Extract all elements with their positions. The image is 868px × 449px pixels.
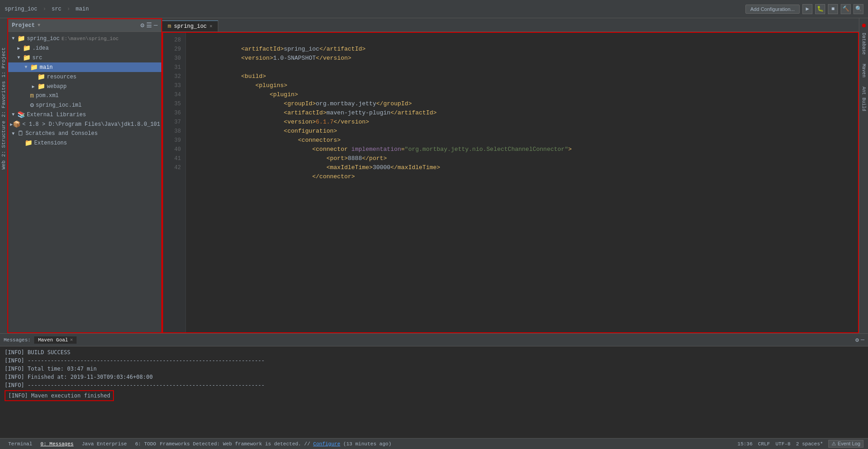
- log-maven-exec: [INFO] Maven execution finished: [5, 389, 863, 401]
- line-num-41: 41: [163, 154, 185, 163]
- todo-tab[interactable]: 6: TODO: [131, 441, 159, 447]
- tree-item-webapp[interactable]: ▶ 📁 webapp: [8, 82, 161, 91]
- tree-item-spring-ioc-root[interactable]: ▼ 📁 spring_ioc E:\maven\spring_ioc: [8, 34, 161, 43]
- code-line-28: <artifactId>spring_ioc</artifactId>: [191, 36, 853, 45]
- breadcrumb: spring_ioc › src › main: [5, 6, 89, 12]
- tree-item-main[interactable]: ▼ 📁 main: [8, 62, 161, 72]
- line-num-28: 28: [163, 36, 185, 45]
- search-icon[interactable]: 🔍: [853, 4, 863, 14]
- error-indicator: [862, 24, 866, 27]
- scratches-icon: 🗒: [17, 130, 24, 137]
- tree-item-jdk[interactable]: ▶ 📦 < 1.8 > D:\Program Files\Java\jdk1.8…: [8, 119, 161, 129]
- main-crumb: main: [76, 6, 89, 12]
- minimize-panel-icon[interactable]: —: [861, 336, 864, 344]
- web-label[interactable]: Web: [1, 159, 6, 171]
- event-log-button[interactable]: ⚠ Event Log: [828, 440, 863, 448]
- bottom-log-content: [INFO] BUILD SUCCESS [INFO] ------------…: [0, 346, 868, 438]
- tree-item-scratches[interactable]: ▼ 🗒 Scratches and Consoles: [8, 129, 161, 138]
- bottom-tabs: Messages: Maven Goal × ⚙ —: [0, 334, 868, 346]
- line-num-38: 38: [163, 127, 185, 136]
- no-arrow: [32, 74, 37, 79]
- tree-item-src[interactable]: ▼ 📁 src: [8, 53, 161, 62]
- debug-icon[interactable]: 🐛: [815, 4, 825, 14]
- right-sidebar: Database Maven Ant Build: [859, 18, 868, 333]
- expand-arrow: ▼: [12, 131, 17, 136]
- log-line-finished: [INFO] Finished at: 2019-11-30T09:03:46+…: [5, 373, 863, 381]
- editor-tab-pom[interactable]: m spring_ioc ×: [162, 21, 218, 31]
- item-label: External Libraries: [27, 112, 86, 118]
- structure-label[interactable]: 2: Structure: [1, 119, 6, 159]
- java-tab[interactable]: Java Enterprise: [78, 441, 130, 447]
- tree-item-extensions[interactable]: 📁 Extensions: [8, 138, 161, 148]
- left-labels: 1: Project 2: Favorites 2: Structure Web: [0, 18, 7, 333]
- stop-icon[interactable]: ■: [828, 4, 838, 14]
- log-separator-2: [INFO] ---------------------------------…: [5, 381, 863, 389]
- tree-item-resources[interactable]: 📁 resources: [8, 72, 161, 82]
- build-icon[interactable]: 🔨: [841, 4, 851, 14]
- item-label: < 1.8 > D:\Program Files\Java\jdk1.8.0_1…: [22, 121, 160, 128]
- status-bar-right: 15:36 CRLF UTF-8 2 spaces* ⚠ Event Log: [738, 440, 863, 448]
- close-tab-icon[interactable]: ×: [70, 337, 73, 343]
- editor-content: 28 29 30 31 32 33 34 35 36 37 38 39 40 4…: [162, 32, 859, 333]
- terminal-tab[interactable]: Terminal: [5, 441, 36, 447]
- tree-item-idea[interactable]: ▶ 📁 .idea: [8, 43, 161, 53]
- line-num-32: 32: [163, 72, 185, 81]
- tree-item-pom[interactable]: m pom.xml: [8, 91, 161, 100]
- time-display: 15:36: [738, 441, 753, 447]
- toolbar-right: Add Configuration... ▶ 🐛 ■ 🔨 🔍: [745, 4, 863, 14]
- settings-icon[interactable]: ☰: [146, 21, 152, 29]
- minimize-icon[interactable]: —: [154, 21, 158, 29]
- editor-area: m spring_ioc × 28 29 30 31 32 33 34 35 3…: [162, 18, 859, 333]
- no-arrow: [19, 140, 25, 145]
- line-num-31: 31: [163, 63, 185, 72]
- webapp-icon: 📁: [37, 83, 45, 90]
- log-line-time: [INFO] Total time: 03:47 min: [5, 365, 863, 373]
- configure-link[interactable]: Configure: [313, 441, 340, 447]
- status-bar-left: Terminal 0: Messages Java Enterprise 6: …: [5, 441, 160, 447]
- item-label: spring_ioc: [27, 36, 60, 42]
- indent-indicator[interactable]: 2 spaces*: [796, 441, 823, 447]
- expand-arrow: ▶: [17, 46, 23, 51]
- frameworks-time: (13 minutes ago): [340, 441, 391, 447]
- sync-icon[interactable]: ⚙: [140, 21, 144, 29]
- main-area: 1: Project 2: Favorites 2: Structure Web…: [0, 18, 868, 333]
- item-label: Scratches and Consoles: [26, 130, 98, 137]
- expand-arrow: ▼: [17, 55, 23, 60]
- lib-icon: 📚: [17, 111, 25, 119]
- crlf-indicator[interactable]: CRLF: [758, 441, 770, 447]
- bottom-panel-icons: ⚙ —: [855, 336, 864, 344]
- maven-goal-label: Maven Goal: [38, 337, 68, 343]
- project-label[interactable]: 1: Project: [1, 46, 6, 79]
- item-label: main: [40, 64, 53, 71]
- add-configuration-button[interactable]: Add Configuration...: [745, 5, 800, 14]
- file-tree: ▼ 📁 spring_ioc E:\maven\spring_ioc ▶ 📁 .…: [8, 32, 161, 332]
- editor-tabs: m spring_ioc ×: [162, 18, 859, 32]
- tree-item-extlib[interactable]: ▼ 📚 External Libraries: [8, 110, 161, 119]
- status-terminal-tabs: Terminal 0: Messages Java Enterprise 6: …: [5, 441, 160, 447]
- messages-tab[interactable]: 0: Messages: [37, 441, 77, 447]
- item-label: src: [32, 55, 42, 61]
- favorites-label[interactable]: 2: Favorites: [1, 79, 6, 119]
- tree-item-iml[interactable]: ⚙ spring_ioc.iml: [8, 100, 161, 110]
- folder-icon: 📁: [23, 44, 31, 52]
- project-name: spring_ioc: [5, 6, 37, 12]
- item-label: resources: [47, 74, 77, 80]
- code-line-31: <build>: [191, 63, 853, 72]
- code-editor[interactable]: <artifactId>spring_ioc</artifactId> <ver…: [186, 33, 858, 332]
- ant-label[interactable]: Ant Build: [860, 83, 867, 115]
- expand-arrow: ▶: [32, 84, 37, 89]
- maven-goal-tab[interactable]: Maven Goal ×: [34, 336, 77, 344]
- database-label[interactable]: Database: [860, 29, 867, 58]
- maven-label[interactable]: Maven: [860, 60, 867, 81]
- log-separator-1: [INFO] ---------------------------------…: [5, 356, 863, 365]
- charset-indicator[interactable]: UTF-8: [776, 441, 791, 447]
- item-label: .idea: [32, 45, 49, 52]
- run-icon[interactable]: ▶: [802, 4, 812, 14]
- line-num-29: 29: [163, 45, 185, 54]
- resources-icon: 📁: [37, 73, 45, 81]
- module-icon: 📁: [17, 35, 25, 42]
- project-header-icons: ⚙ ☰ —: [140, 21, 158, 29]
- project-panel: Project ▼ ⚙ ☰ — ▼ 📁 spring_ioc E:\maven\…: [7, 18, 162, 333]
- settings-icon[interactable]: ⚙: [855, 336, 859, 344]
- tab-close-button[interactable]: ×: [210, 24, 213, 29]
